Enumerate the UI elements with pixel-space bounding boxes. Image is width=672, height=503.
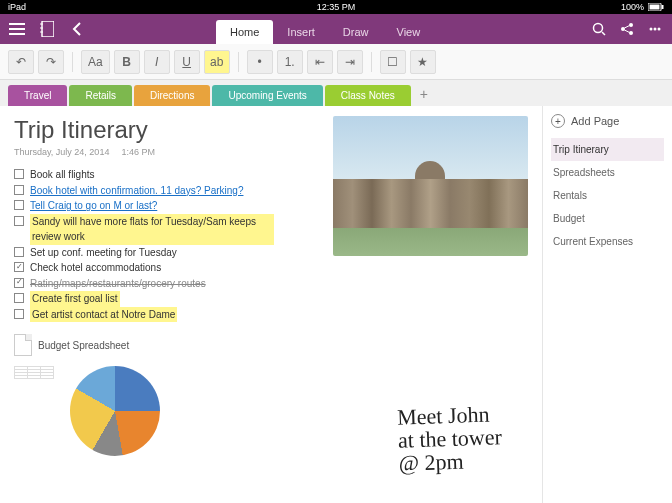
check-item[interactable]: Book hotel with confirmation. 11 days? P… — [14, 183, 274, 199]
back-button[interactable] — [66, 18, 88, 40]
bold-button[interactable]: B — [114, 50, 140, 74]
check-item[interactable]: Sandy will have more flats for Tuesday/S… — [14, 214, 274, 245]
page-list-item[interactable]: Trip Itinerary — [551, 138, 664, 161]
ink-note[interactable]: Meet John at the tower @ 2pm — [397, 402, 503, 475]
carrier-label: iPad — [8, 2, 26, 12]
page-time: 1:46 PM — [121, 147, 155, 157]
page-list-pane: + Add Page Trip Itinerary Spreadsheets R… — [542, 106, 672, 503]
share-button[interactable] — [616, 18, 638, 40]
checkbox-icon[interactable] — [14, 200, 24, 210]
svg-rect-3 — [42, 21, 54, 37]
add-page-button[interactable]: + Add Page — [551, 114, 664, 128]
section-tab-directions[interactable]: Directions — [134, 85, 210, 106]
mini-table[interactable] — [14, 366, 54, 379]
redo-button[interactable]: ↷ — [38, 50, 64, 74]
header-actions — [588, 18, 666, 40]
menu-button[interactable] — [6, 18, 28, 40]
check-text[interactable]: Get artist contact at Notre Dame — [30, 307, 177, 323]
check-item[interactable]: Book all flights — [14, 167, 274, 183]
page-list-item[interactable]: Budget — [551, 207, 664, 230]
inserted-photo[interactable] — [333, 116, 528, 256]
check-item[interactable]: Tell Craig to go on M or last? — [14, 198, 274, 214]
todo-tag-button[interactable]: ☐ — [380, 50, 406, 74]
svg-point-14 — [658, 28, 661, 31]
check-text[interactable]: Tell Craig to go on M or last? — [30, 198, 157, 214]
ribbon-tabs: Home Insert Draw View — [216, 14, 580, 44]
font-button[interactable]: Aa — [81, 50, 110, 74]
check-text[interactable]: Sandy will have more flats for Tuesday/S… — [30, 214, 274, 245]
checkbox-icon[interactable] — [14, 216, 24, 226]
undo-button[interactable]: ↶ — [8, 50, 34, 74]
check-text[interactable]: Create first goal list — [30, 291, 120, 307]
svg-point-10 — [629, 23, 633, 27]
indent-button[interactable]: ⇥ — [337, 50, 363, 74]
check-text[interactable]: Book all flights — [30, 167, 94, 183]
page-list-item[interactable]: Current Expenses — [551, 230, 664, 253]
checkbox-icon[interactable] — [14, 309, 24, 319]
svg-point-13 — [654, 28, 657, 31]
tab-insert[interactable]: Insert — [273, 20, 329, 44]
clock-label: 12:35 PM — [317, 3, 356, 12]
separator — [238, 52, 239, 72]
highlight-button[interactable]: ab — [204, 50, 230, 74]
photo-building-region — [333, 179, 528, 228]
checklist[interactable]: Book all flights Book hotel with confirm… — [14, 167, 274, 322]
more-button[interactable] — [644, 18, 666, 40]
check-item[interactable]: Rating/maps/restaurants/grocery routes — [14, 276, 274, 292]
checkbox-icon[interactable] — [14, 278, 24, 288]
underline-button[interactable]: U — [174, 50, 200, 74]
check-item[interactable]: Set up conf. meeting for Tuesday — [14, 245, 274, 261]
battery-icon — [648, 3, 664, 11]
page-list-item[interactable]: Spreadsheets — [551, 161, 664, 184]
checkbox-icon[interactable] — [14, 262, 24, 272]
tab-draw[interactable]: Draw — [329, 20, 383, 44]
checkbox-icon[interactable] — [14, 293, 24, 303]
add-section-button[interactable]: + — [413, 82, 435, 106]
page-canvas[interactable]: Trip Itinerary Thursday, July 24, 2014 1… — [0, 106, 542, 503]
main-area: Trip Itinerary Thursday, July 24, 2014 1… — [0, 106, 672, 503]
bullets-button[interactable]: • — [247, 50, 273, 74]
svg-point-11 — [629, 31, 633, 35]
tab-home[interactable]: Home — [216, 20, 273, 44]
svg-point-12 — [650, 28, 653, 31]
notebook-icon[interactable] — [36, 18, 58, 40]
file-icon — [14, 334, 32, 356]
checkbox-icon[interactable] — [14, 185, 24, 195]
plus-icon: + — [551, 114, 565, 128]
pie-chart-disc — [70, 366, 160, 456]
check-text[interactable]: Rating/maps/restaurants/grocery routes — [30, 276, 206, 292]
photo-water-region — [333, 228, 528, 256]
ribbon-toolbar: ↶ ↷ Aa B I U ab • 1. ⇤ ⇥ ☐ ★ — [0, 44, 672, 80]
check-text[interactable]: Book hotel with confirmation. 11 days? P… — [30, 183, 243, 199]
check-item[interactable]: Create first goal list — [14, 291, 274, 307]
checkbox-icon[interactable] — [14, 169, 24, 179]
section-tab-classnotes[interactable]: Class Notes — [325, 85, 411, 106]
svg-line-8 — [602, 32, 605, 35]
separator — [72, 52, 73, 72]
tag-button[interactable]: ★ — [410, 50, 436, 74]
tab-view[interactable]: View — [383, 20, 435, 44]
checkbox-icon[interactable] — [14, 247, 24, 257]
outdent-button[interactable]: ⇤ — [307, 50, 333, 74]
file-attachment[interactable]: Budget Spreadsheet — [14, 334, 528, 356]
section-tab-events[interactable]: Upcoming Events — [212, 85, 322, 106]
battery-label: 100% — [621, 2, 644, 12]
check-text[interactable]: Set up conf. meeting for Tuesday — [30, 245, 177, 261]
search-button[interactable] — [588, 18, 610, 40]
pie-chart[interactable] — [70, 366, 190, 466]
add-page-label: Add Page — [571, 115, 619, 127]
section-tab-travel[interactable]: Travel — [8, 85, 67, 106]
svg-rect-1 — [650, 5, 660, 10]
italic-button[interactable]: I — [144, 50, 170, 74]
numbering-button[interactable]: 1. — [277, 50, 303, 74]
separator — [371, 52, 372, 72]
attachment-label: Budget Spreadsheet — [38, 340, 129, 351]
check-text[interactable]: Check hotel accommodations — [30, 260, 161, 276]
check-item[interactable]: Check hotel accommodations — [14, 260, 274, 276]
section-tab-retails[interactable]: Retails — [69, 85, 132, 106]
app-header: Home Insert Draw View — [0, 14, 672, 44]
page-list-item[interactable]: Rentals — [551, 184, 664, 207]
device-statusbar: iPad 12:35 PM 100% — [0, 0, 672, 14]
check-item[interactable]: Get artist contact at Notre Dame — [14, 307, 274, 323]
svg-point-7 — [594, 24, 603, 33]
